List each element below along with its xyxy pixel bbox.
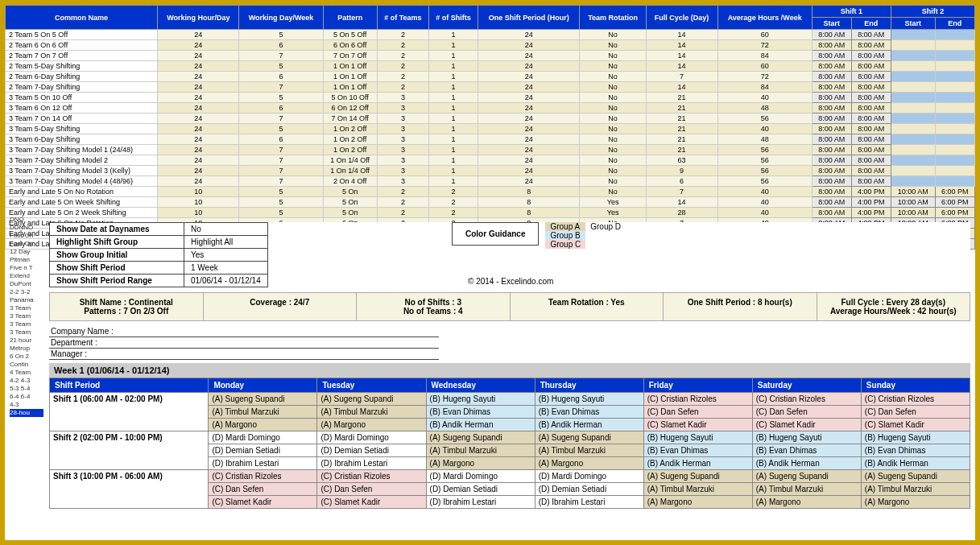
schedule-cell[interactable]: (A) Sugeng Supandi xyxy=(752,470,861,483)
cell[interactable]: No xyxy=(580,82,646,93)
cell[interactable]: 40 xyxy=(717,124,812,134)
side-list-item[interactable]: 2-2 3-2 xyxy=(10,288,43,296)
cell[interactable] xyxy=(891,124,935,134)
schedule-cell[interactable]: (A) Margono xyxy=(752,496,861,509)
cell[interactable]: 24 xyxy=(478,103,580,114)
table-row[interactable]: 3 Team 7-Day Shifting Model 22471 On 1/4… xyxy=(6,155,975,166)
col-common-name[interactable]: Common Name xyxy=(6,6,158,30)
cell[interactable]: 8:00 AM xyxy=(851,103,891,114)
cell[interactable]: 24 xyxy=(158,166,239,176)
cell[interactable]: 56 xyxy=(717,166,812,176)
cell[interactable]: 56 xyxy=(717,145,812,155)
cell[interactable]: 56 xyxy=(717,114,812,124)
cell[interactable]: 1 xyxy=(429,61,478,72)
cell[interactable]: No xyxy=(580,134,646,145)
cell[interactable]: No xyxy=(580,51,646,61)
side-pattern-list[interactable]: DNODDNNOFour OnFour On12 DayPitmanFive n… xyxy=(10,216,43,417)
schedule-cell[interactable]: (A) Sugeng Supandi xyxy=(535,431,643,444)
cell[interactable]: 1 xyxy=(429,124,478,134)
sched-header[interactable]: Wednesday xyxy=(426,378,535,393)
sched-header[interactable]: Shift Period xyxy=(50,378,209,393)
cell[interactable]: 24 xyxy=(158,40,239,51)
cell[interactable]: 21 xyxy=(646,145,717,155)
schedule-cell[interactable]: (B) Hugeng Sayuti xyxy=(643,431,752,444)
cell[interactable]: 24 xyxy=(158,51,239,61)
cell[interactable] xyxy=(891,103,935,114)
side-list-item[interactable]: 3 Team xyxy=(10,328,43,336)
schedule-cell[interactable]: (D) Ibrahim Lestari xyxy=(535,496,643,509)
schedule-cell[interactable]: (B) Hugeng Sayuti xyxy=(426,393,535,406)
cell[interactable]: 14 xyxy=(646,40,717,51)
cell[interactable]: 2 xyxy=(429,208,478,218)
cell[interactable] xyxy=(891,155,935,166)
cell[interactable]: 2 xyxy=(377,187,428,197)
table-row[interactable]: 3 Team 7 On 14 Off2477 On 14 Off3124No21… xyxy=(6,114,975,124)
cell[interactable]: 2 Team 6-Day Shifting xyxy=(6,72,158,82)
cell[interactable]: 1 xyxy=(429,166,478,176)
cell[interactable] xyxy=(935,72,974,82)
cell[interactable]: Yes xyxy=(580,208,646,218)
cell[interactable]: No xyxy=(580,30,646,40)
cell[interactable]: 24 xyxy=(158,72,239,82)
cell[interactable]: 48 xyxy=(717,134,812,145)
cell[interactable]: 24 xyxy=(478,40,580,51)
schedule-cell[interactable]: (A) Margono xyxy=(317,419,426,431)
cell[interactable]: 21 xyxy=(646,134,717,145)
schedule-cell[interactable]: (B) Hugeng Sayuti xyxy=(861,431,970,444)
schedule-cell[interactable]: (D) Demian Setiadi xyxy=(209,444,317,457)
cell[interactable] xyxy=(935,155,974,166)
schedule-cell[interactable]: (D) Mardi Domingo xyxy=(209,431,317,444)
side-list-item[interactable]: 3 Team xyxy=(10,312,43,320)
side-list-item[interactable]: 12 Day xyxy=(10,248,43,256)
cell[interactable]: 9 xyxy=(646,166,717,176)
cell[interactable]: 8:00 AM xyxy=(812,82,851,93)
cell[interactable]: 3 Team 7-Day Shifting Model 2 xyxy=(6,155,158,166)
schedule-cell[interactable]: (C) Slamet Kadir xyxy=(861,419,970,431)
cell[interactable]: 2 xyxy=(377,82,428,93)
cell[interactable]: 24 xyxy=(158,114,239,124)
cell[interactable]: No xyxy=(580,155,646,166)
cell[interactable]: 2 Team 5 On 5 Off xyxy=(6,30,158,40)
side-list-item[interactable]: Four On xyxy=(10,240,43,248)
cell[interactable] xyxy=(935,124,974,134)
cell[interactable]: 24 xyxy=(158,134,239,145)
cell[interactable]: 5 xyxy=(239,197,323,208)
cell[interactable]: 8:00 AM xyxy=(851,93,891,103)
table-row[interactable]: 3 Team 7-Day Shifting Model 3 (Kelly)247… xyxy=(6,166,975,176)
cell[interactable]: 21 xyxy=(646,93,717,103)
cell[interactable]: 2 Team 5-Day Shifting xyxy=(6,61,158,72)
cell[interactable]: 48 xyxy=(717,103,812,114)
cell[interactable]: 8:00 AM xyxy=(812,134,851,145)
cell[interactable]: 8:00 AM xyxy=(812,176,851,187)
cell[interactable] xyxy=(891,30,935,40)
cell[interactable] xyxy=(935,40,974,51)
col-shifts[interactable]: # of Shifts xyxy=(429,6,478,30)
cell[interactable]: 8 xyxy=(478,187,580,197)
cell[interactable]: 8:00 AM xyxy=(851,145,891,155)
setting-value[interactable]: 1 Week xyxy=(184,262,268,275)
cell[interactable]: 40 xyxy=(717,197,812,208)
schedule-cell[interactable]: (A) Timbul Marzuki xyxy=(861,483,970,496)
schedule-cell[interactable]: (B) Hugeng Sayuti xyxy=(535,393,643,406)
cell[interactable]: 8:00 AM xyxy=(812,208,851,218)
sched-header[interactable]: Saturday xyxy=(752,378,861,393)
col-s1-start[interactable]: Start xyxy=(812,18,851,30)
cell[interactable]: 1 On 1 Off xyxy=(323,72,377,82)
col-shift1[interactable]: Shift 1 xyxy=(812,6,891,18)
cell[interactable]: 2 Team 7-Day Shifting xyxy=(6,82,158,93)
schedule-cell[interactable]: (A) Margono xyxy=(535,457,643,470)
cell[interactable]: 14 xyxy=(646,61,717,72)
schedule-cell[interactable]: (D) Mardi Domingo xyxy=(535,470,643,483)
cell[interactable]: 56 xyxy=(717,176,812,187)
cell[interactable]: 6 xyxy=(239,40,323,51)
cell[interactable]: 6:00 PM xyxy=(935,187,974,197)
table-row[interactable]: Early and Late 5 On Week Shifting1055 On… xyxy=(6,197,975,208)
cell[interactable] xyxy=(891,134,935,145)
cell[interactable]: 3 Team 7-Day Shifting Model 3 (Kelly) xyxy=(6,166,158,176)
schedule-cell[interactable]: (C) Cristian Rizoles xyxy=(752,393,861,406)
cell[interactable]: 1 xyxy=(429,93,478,103)
cell[interactable] xyxy=(935,61,974,72)
cell[interactable]: 2 xyxy=(377,208,428,218)
side-list-item[interactable]: 3 Team xyxy=(10,304,43,312)
side-list-item[interactable]: Metrop xyxy=(10,345,43,353)
